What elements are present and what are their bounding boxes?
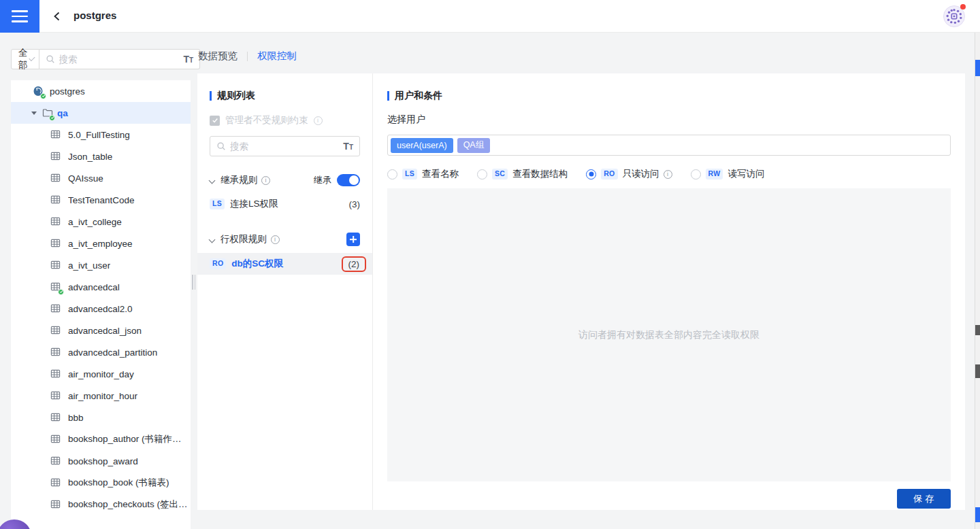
rule-list-panel: 规则列表 管理者不受规则约束 i 继承规则 i 继承 LS 连接LS权限 bbox=[197, 73, 373, 510]
tree-item-table[interactable]: Json_table bbox=[11, 146, 191, 167]
tab-data-preview[interactable]: 数据预览 bbox=[198, 50, 238, 63]
folder-icon bbox=[42, 107, 53, 119]
tree-item-table[interactable]: advancedcal_json bbox=[11, 320, 191, 341]
permission-label: 查看名称 bbox=[422, 168, 459, 180]
sidebar-search-input[interactable] bbox=[59, 54, 180, 65]
tree-item-table[interactable]: advancedcal bbox=[11, 276, 191, 298]
table-icon bbox=[50, 390, 62, 402]
table-icon bbox=[50, 281, 62, 293]
select-user-label: 选择用户 bbox=[387, 114, 951, 126]
chevron-down-icon[interactable] bbox=[209, 236, 216, 243]
add-rule-button[interactable] bbox=[346, 233, 360, 246]
top-bar: postgres bbox=[0, 0, 980, 33]
rule-search[interactable] bbox=[210, 136, 360, 156]
caret-down-icon[interactable] bbox=[31, 112, 37, 115]
table-name: QAIssue bbox=[68, 173, 103, 184]
rule-count-annotated: (2) bbox=[342, 256, 367, 272]
rule-item-inherit[interactable]: LS 连接LS权限 (3) bbox=[210, 194, 360, 214]
permission-badge: SC bbox=[492, 169, 508, 180]
table-name: advancedcal_json bbox=[68, 326, 142, 336]
table-name: advancedcal bbox=[68, 282, 120, 292]
match-case-icon[interactable] bbox=[343, 141, 353, 151]
tree-item-table[interactable]: a_ivt_user bbox=[11, 254, 191, 276]
rule-list-title-text: 规则列表 bbox=[217, 90, 255, 102]
match-case-icon[interactable] bbox=[184, 54, 194, 64]
chevron-down-icon[interactable] bbox=[209, 177, 216, 184]
back-button[interactable] bbox=[49, 8, 65, 24]
tree-item-table[interactable]: 5.0_FullTesting bbox=[11, 124, 191, 146]
table-name: bookshop_author (书籍作者表) bbox=[68, 433, 191, 445]
user-tag[interactable]: userA(userA) bbox=[391, 138, 453, 153]
radio-icon[interactable] bbox=[387, 169, 397, 180]
permission-label: 读写访问 bbox=[728, 168, 764, 180]
verified-check-icon bbox=[58, 289, 64, 295]
radio-icon[interactable] bbox=[691, 169, 701, 180]
title-accent-bar bbox=[387, 91, 389, 101]
permission-radio-option[interactable]: SC 查看数据结构 bbox=[477, 168, 568, 180]
connection-title: postgres bbox=[74, 10, 116, 21]
table-icon bbox=[50, 238, 62, 250]
sidebar-resize-handle[interactable] bbox=[192, 275, 196, 290]
tree-item-schema-qa[interactable]: qa bbox=[11, 102, 191, 124]
user-select-input[interactable]: userA(userA)QA组 bbox=[387, 135, 951, 156]
title-accent-bar bbox=[210, 91, 212, 101]
table-icon bbox=[50, 216, 62, 228]
inherit-toggle-switch[interactable] bbox=[337, 174, 360, 186]
permission-badge: LS bbox=[210, 199, 225, 209]
tree-item-table[interactable]: advancedcal2.0 bbox=[11, 298, 191, 320]
radio-icon[interactable] bbox=[477, 169, 487, 180]
tree-item-table[interactable]: bookshop_award bbox=[11, 450, 191, 472]
permission-radio-option[interactable]: LS 查看名称 bbox=[387, 168, 459, 180]
tab-permission-control[interactable]: 权限控制 bbox=[257, 50, 297, 63]
save-button[interactable]: 保 存 bbox=[897, 489, 951, 509]
object-type-select[interactable]: 全部 bbox=[11, 49, 39, 69]
tree-item-table[interactable]: bookshop_checkouts (签出表) bbox=[11, 494, 191, 515]
tree-item-table[interactable]: TestTenantCode bbox=[11, 189, 191, 211]
table-icon bbox=[50, 151, 62, 163]
tree-item-table[interactable]: advancedcal_partition bbox=[11, 341, 191, 363]
permission-radio-option[interactable]: RO 只读访问 i bbox=[586, 168, 672, 180]
radio-icon[interactable] bbox=[586, 169, 596, 180]
permission-level-options: LS 查看名称 SC 查看数据结构 RO 只读访问 i RW 读写访问 bbox=[387, 168, 951, 180]
tree-item-table[interactable]: bookshop_author (书籍作者表) bbox=[11, 428, 191, 450]
permission-radio-option[interactable]: RW 读写访问 bbox=[691, 168, 765, 180]
user-avatar[interactable] bbox=[943, 5, 965, 27]
table-name: TestTenantCode bbox=[68, 195, 135, 205]
save-row: 保 存 bbox=[387, 489, 951, 509]
tree-item-table[interactable]: bookshop_book (书籍表) bbox=[11, 472, 191, 494]
postgres-icon bbox=[33, 86, 44, 97]
table-name: bookshop_checkouts (签出表) bbox=[68, 498, 191, 511]
table-icon bbox=[50, 499, 62, 511]
tree-item-connection[interactable]: postgres bbox=[11, 80, 191, 102]
verified-check-icon bbox=[40, 93, 46, 99]
rule-count: (3) bbox=[349, 199, 361, 209]
tree-item-table[interactable]: bbb bbox=[11, 407, 191, 428]
info-icon: i bbox=[664, 170, 672, 179]
hamburger-menu-button[interactable] bbox=[0, 0, 39, 33]
rule-item-row-selected[interactable]: RO db的SC权限 (2) bbox=[197, 253, 372, 275]
table-name: bookshop_book (书籍表) bbox=[68, 477, 169, 489]
table-icon bbox=[50, 129, 62, 141]
tree-item-table[interactable]: air_monitor_day bbox=[11, 363, 191, 385]
rule-list-title: 规则列表 bbox=[210, 90, 372, 102]
table-icon bbox=[50, 456, 62, 467]
table-name: 5.0_FullTesting bbox=[68, 130, 130, 140]
rule-search-input[interactable] bbox=[230, 141, 339, 152]
checkbox-checked-disabled-icon[interactable] bbox=[210, 116, 220, 126]
table-list: 5.0_FullTesting Json_table QAIssue TestT… bbox=[11, 124, 191, 515]
table-icon bbox=[50, 477, 62, 489]
tree-item-table[interactable]: a_ivt_college bbox=[11, 211, 191, 233]
table-name: Json_table bbox=[68, 152, 112, 162]
table-icon bbox=[50, 303, 62, 315]
tree-item-table[interactable]: QAIssue bbox=[11, 167, 191, 189]
table-name: advancedcal_partition bbox=[68, 347, 157, 358]
table-icon bbox=[50, 412, 62, 424]
sidebar-search[interactable] bbox=[39, 49, 201, 69]
connection-name: postgres bbox=[50, 86, 85, 97]
user-tag[interactable]: QA组 bbox=[457, 138, 491, 153]
edge-marker-dark-2 bbox=[975, 364, 980, 378]
info-icon: i bbox=[261, 176, 270, 185]
tree-item-table[interactable]: a_ivt_employee bbox=[11, 233, 191, 254]
tree-item-table[interactable]: air_monitor_hour bbox=[11, 385, 191, 407]
chevron-left-icon bbox=[52, 11, 63, 22]
